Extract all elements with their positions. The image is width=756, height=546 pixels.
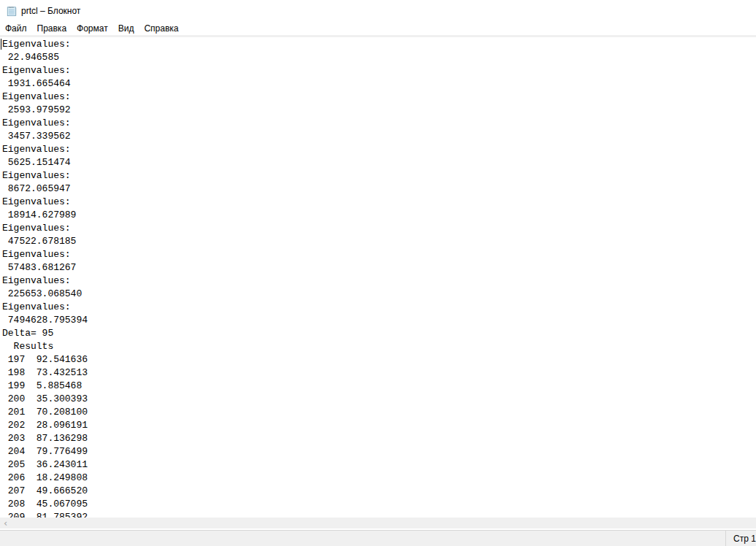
- horizontal-scrollbar[interactable]: ‹: [0, 518, 756, 528]
- editor-text: Eigenvalues: 22.946585 Eigenvalues: 1931…: [2, 38, 88, 518]
- text-caret: [1, 39, 1, 50]
- status-cursor-position: Стр 1,: [725, 531, 756, 546]
- notepad-icon: [6, 5, 18, 17]
- menu-item-help[interactable]: Справка: [139, 23, 183, 35]
- window-title: prtcl – Блокнот: [21, 6, 80, 16]
- scroll-left-arrow-icon[interactable]: ‹: [0, 518, 11, 528]
- status-cursor-position-label: Стр 1,: [733, 534, 756, 544]
- title-bar[interactable]: prtcl – Блокнот: [0, 0, 756, 22]
- menu-item-view[interactable]: Вид: [113, 23, 140, 35]
- menu-item-edit[interactable]: Правка: [32, 23, 72, 35]
- notepad-window: prtcl – Блокнот Файл Правка Формат Вид С…: [0, 0, 756, 546]
- text-editor[interactable]: Eigenvalues: 22.946585 Eigenvalues: 1931…: [0, 37, 756, 518]
- menu-bar: Файл Правка Формат Вид Справка: [0, 22, 756, 35]
- menu-item-format[interactable]: Формат: [72, 23, 113, 35]
- status-bar: Стр 1,: [0, 530, 756, 546]
- menu-item-file[interactable]: Файл: [0, 23, 32, 35]
